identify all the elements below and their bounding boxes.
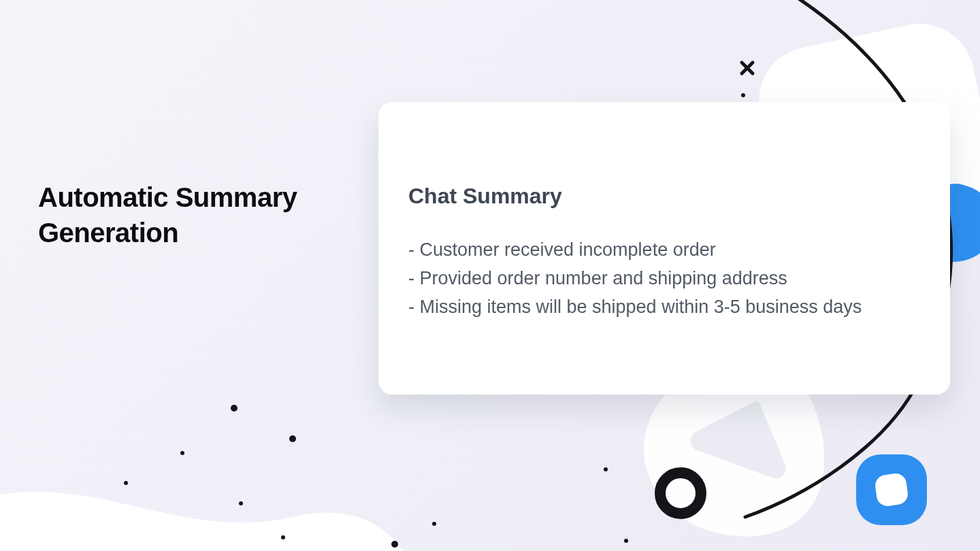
svg-point-16 (741, 93, 745, 97)
svg-point-8 (124, 481, 128, 485)
svg-point-14 (604, 467, 608, 471)
svg-point-11 (281, 535, 285, 539)
bullet-line: - Provided order number and shipping add… (408, 265, 920, 293)
svg-point-6 (231, 405, 238, 412)
svg-line-4 (742, 63, 753, 73)
bullet-line: - Missing items will be shipped within 3… (408, 293, 920, 322)
headline: Automatic Summary Generation (38, 180, 365, 250)
summary-card: Chat Summary - Customer received incompl… (378, 102, 950, 395)
svg-line-5 (742, 63, 753, 73)
svg-point-12 (391, 541, 398, 548)
svg-rect-3 (874, 472, 909, 507)
card-title: Chat Summary (408, 184, 920, 209)
svg-rect-2 (856, 454, 927, 525)
bullet-line: - Customer received incomplete order (408, 236, 920, 265)
svg-point-10 (289, 435, 296, 442)
svg-point-15 (624, 539, 628, 543)
promo-slide: Automatic Summary Generation Chat Summar… (0, 0, 980, 551)
svg-point-13 (432, 522, 436, 526)
svg-point-1 (660, 473, 701, 514)
card-bullets: - Customer received incomplete order - P… (408, 236, 920, 322)
svg-point-9 (239, 501, 243, 505)
svg-point-7 (180, 451, 184, 455)
